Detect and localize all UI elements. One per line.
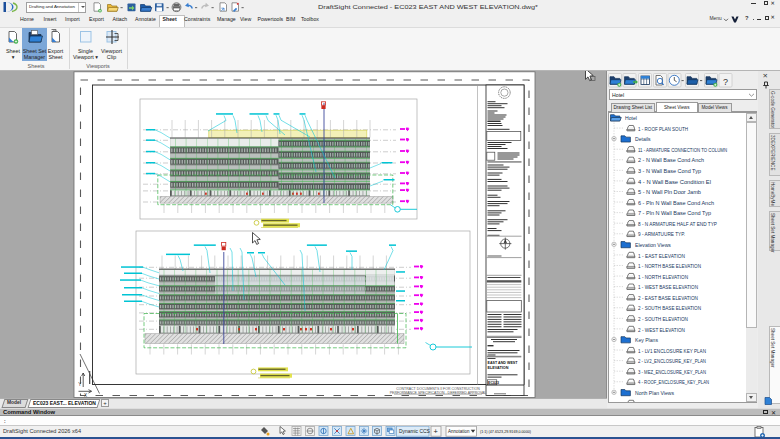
svg-text:1 - LV1 ENCLOSURE KEY PLAN: 1 - LV1 ENCLOSURE KEY PLAN <box>638 348 706 354</box>
svg-text:1 - EAST ELEVATION: 1 - EAST ELEVATION <box>638 253 685 259</box>
svg-text:4 - ROOF_ENCLOSURE_KEY_PLAN: 4 - ROOF_ENCLOSURE_KEY_PLAN <box>638 379 709 385</box>
svg-text:Details: Details <box>635 136 651 142</box>
svg-text:2 - SOUTH ELEVATION: 2 - SOUTH ELEVATION <box>638 316 688 322</box>
svg-text:(1:1) (47.6523,29.9169,0.0000: (1:1) (47.6523,29.9169,0.0000) <box>480 429 532 434</box>
svg-text:North Plan Views: North Plan Views <box>635 390 674 396</box>
svg-text:8 - N ARMATURE HALF AT END TYP: 8 - N ARMATURE HALF AT END TYP <box>638 221 718 227</box>
svg-text:7 - Pln N Wall Base Cond Typ: 7 - Pln N Wall Base Cond Typ <box>638 210 711 216</box>
svg-text:Annotation: Annotation <box>448 429 470 434</box>
svg-text:Elevation Views: Elevation Views <box>635 242 671 248</box>
svg-text:?: ? <box>723 76 728 86</box>
svg-text:1 - ROOF PLAN SOUTH: 1 - ROOF PLAN SOUTH <box>638 126 688 132</box>
svg-text:3 - N Wall Base Cond Typ: 3 - N Wall Base Cond Typ <box>638 168 701 174</box>
svg-text:2 - SOUTH BASE ELEVATION: 2 - SOUTH BASE ELEVATION <box>638 305 701 311</box>
svg-text:9 - ARMATUURE TYP.: 9 - ARMATUURE TYP. <box>638 231 685 237</box>
svg-text:1 - NORTH BASE ELEVATION: 1 - NORTH BASE ELEVATION <box>638 263 701 269</box>
svg-text:4 - N Wall Base Condition El: 4 - N Wall Base Condition El <box>638 179 711 185</box>
svg-text:1 - NORTH ELEVATION: 1 - NORTH ELEVATION <box>638 274 688 280</box>
svg-text:EC023: EC023 <box>488 381 499 385</box>
svg-text:2 - WEST ELEVATION: 2 - WEST ELEVATION <box>638 327 685 333</box>
svg-text:ELEVATION: ELEVATION <box>488 365 509 370</box>
svg-text:2 - EAST BASE ELEVATION: 2 - EAST BASE ELEVATION <box>638 295 698 301</box>
svg-text:Dynamic CCS: Dynamic CCS <box>399 429 430 434</box>
svg-text:6 - Pln N Wall Base Cond Anch: 6 - Pln N Wall Base Cond Anch <box>638 200 714 206</box>
svg-text:+: + <box>434 427 439 436</box>
svg-text:Y: Y <box>78 382 81 387</box>
svg-text:3 - MEZ_ENCLOSURE_KEY_PLAN: 3 - MEZ_ENCLOSURE_KEY_PLAN <box>638 369 706 375</box>
svg-text:PERFORMANCE SPECIFICATION - DE: PERFORMANCE SPECIFICATION - DEFERRED APP… <box>390 391 487 395</box>
svg-text:11 - ARMATURE CONNECTION TO CO: 11 - ARMATURE CONNECTION TO COLUMN <box>638 147 727 153</box>
svg-text:Hotel: Hotel <box>625 115 637 121</box>
svg-text:2 - N Wall Base Cond Anch: 2 - N Wall Base Cond Anch <box>638 157 704 163</box>
svg-text:Key Plans: Key Plans <box>635 337 658 343</box>
svg-text:1 - WEST BASE ELEVATION: 1 - WEST BASE ELEVATION <box>638 284 698 290</box>
svg-text:5 - N Wall Pln Door Jamb: 5 - N Wall Pln Door Jamb <box>638 189 701 195</box>
svg-text:2 - LV2_ENCLOSURE_KEY_PLAN: 2 - LV2_ENCLOSURE_KEY_PLAN <box>638 358 706 364</box>
